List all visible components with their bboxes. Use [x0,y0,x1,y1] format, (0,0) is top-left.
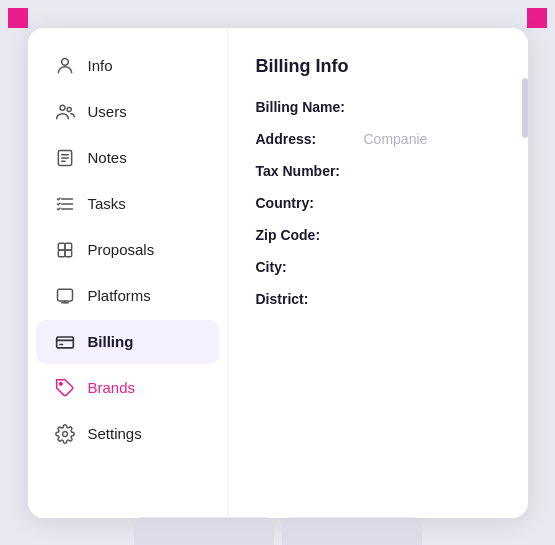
sidebar-item-proposals[interactable]: Proposals [36,228,219,272]
bottom-decoration [0,517,555,545]
svg-rect-10 [58,243,65,250]
main-content: Billing Info Billing Name: Address: Comp… [228,28,528,518]
sidebar-item-info[interactable]: Info [36,44,219,88]
billing-tax-label: Tax Number: [256,163,356,179]
sidebar-label-users: Users [88,103,127,120]
billing-row-1: Address: Companie [256,131,500,147]
corner-decoration-tl [8,8,28,28]
billing-icon [54,331,76,353]
billing-city-label: City: [256,259,356,275]
proposals-icon [54,239,76,261]
sidebar-item-platforms[interactable]: Platforms [36,274,219,318]
svg-point-0 [61,58,68,65]
brands-icon [54,377,76,399]
sidebar-label-tasks: Tasks [88,195,126,212]
corner-decoration-tr [527,8,547,28]
settings-icon [54,423,76,445]
billing-row-5: City: [256,259,500,275]
sidebar-item-billing[interactable]: Billing [36,320,219,364]
svg-point-1 [60,105,65,110]
billing-row-0: Billing Name: [256,99,500,115]
scrollbar-thumb[interactable] [522,78,528,138]
svg-point-20 [59,382,62,385]
sidebar: Info Users Not [28,28,228,518]
tasks-icon [54,193,76,215]
sidebar-label-billing: Billing [88,333,134,350]
sidebar-label-notes: Notes [88,149,127,166]
main-window: Info Users Not [28,28,528,518]
billing-row-4: Zip Code: [256,227,500,243]
billing-district-label: District: [256,291,356,307]
billing-row-3: Country: [256,195,500,211]
billing-row-6: District: [256,291,500,307]
sidebar-item-brands[interactable]: Brands [36,366,219,410]
billing-country-label: Country: [256,195,356,211]
sidebar-label-brands: Brands [88,379,136,396]
platforms-icon [54,285,76,307]
billing-zip-label: Zip Code: [256,227,356,243]
svg-rect-11 [65,243,72,250]
page-title: Billing Info [256,56,500,77]
billing-row-2: Tax Number: [256,163,500,179]
sidebar-label-info: Info [88,57,113,74]
billing-address-label: Address: [256,131,356,147]
sidebar-item-tasks[interactable]: Tasks [36,182,219,226]
notes-icon [54,147,76,169]
svg-rect-13 [65,250,72,257]
billing-name-label: Billing Name: [256,99,356,115]
svg-point-21 [62,431,67,436]
svg-point-2 [67,107,71,111]
sidebar-item-notes[interactable]: Notes [36,136,219,180]
svg-rect-12 [58,250,65,257]
sidebar-item-users[interactable]: Users [36,90,219,134]
sidebar-label-platforms: Platforms [88,287,151,304]
svg-rect-17 [56,337,73,348]
sidebar-item-settings[interactable]: Settings [36,412,219,456]
svg-rect-14 [57,289,72,301]
users-icon [54,101,76,123]
person-icon [54,55,76,77]
bottom-box-right [282,517,422,545]
billing-address-value: Companie [364,131,428,147]
bottom-box-left [134,517,274,545]
sidebar-label-proposals: Proposals [88,241,155,258]
sidebar-label-settings: Settings [88,425,142,442]
